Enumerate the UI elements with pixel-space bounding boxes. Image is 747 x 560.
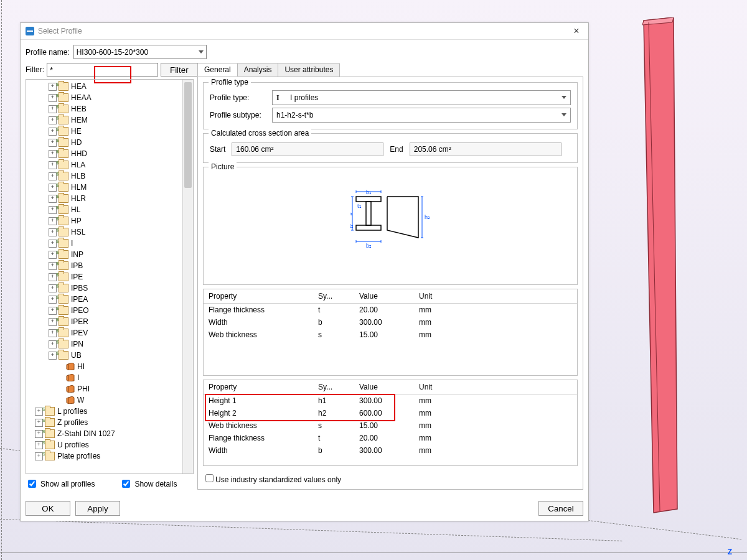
- show-all-profiles-checkbox[interactable]: Show all profiles: [26, 478, 95, 490]
- folder-icon: [45, 452, 55, 460]
- tree-item-heb[interactable]: +HEB: [26, 103, 183, 114]
- tree-item-i[interactable]: +I: [26, 238, 183, 249]
- tree-item-hlr[interactable]: +HLR: [26, 193, 183, 204]
- folder-icon: [59, 284, 68, 292]
- tree-item-hea[interactable]: +HEA: [26, 81, 183, 92]
- calc-end-value: 205.06 cm²: [410, 142, 561, 156]
- tree-label: UB: [71, 351, 82, 360]
- table-row[interactable]: Web thicknesss15.00mm: [204, 419, 577, 432]
- grid-line: [1, 0, 2, 560]
- use-std-values-checkbox[interactable]: Use industry standardized values only: [203, 472, 341, 484]
- profile-name-combo[interactable]: HI300-600-15-20*300: [73, 45, 207, 59]
- tree-item-u-profiles[interactable]: +U profiles: [26, 439, 183, 450]
- folder-icon: [59, 329, 68, 337]
- properties-table-b[interactable]: Property Sy... Value Unit Height 1h1300.…: [203, 380, 578, 467]
- table-row[interactable]: Flange thicknesst20.00mm: [204, 432, 577, 444]
- tab-analysis[interactable]: Analysis: [237, 63, 279, 77]
- profile-name-label: Profile name:: [26, 48, 70, 57]
- tree-item-ub[interactable]: +UB: [26, 350, 183, 361]
- tree-item-plate-profiles[interactable]: +Plate profiles: [26, 450, 183, 462]
- folder-icon: [59, 340, 68, 348]
- tree-item-hem[interactable]: +HEM: [26, 114, 183, 126]
- tree-item-ipe[interactable]: +IPE: [26, 271, 183, 282]
- tree-label: L profiles: [57, 407, 87, 416]
- tab-general[interactable]: General: [197, 63, 238, 77]
- app-icon: [26, 27, 34, 35]
- filter-button[interactable]: Filter: [161, 63, 198, 77]
- tree-label: HEB: [71, 105, 87, 113]
- col-value[interactable]: Value: [354, 292, 414, 301]
- scrollbar[interactable]: [182, 80, 193, 474]
- tree-item-hla[interactable]: +HLA: [26, 159, 183, 170]
- svg-text:b₁: b₁: [366, 189, 372, 195]
- tree-label: IPN: [71, 340, 83, 348]
- svg-text:t₁: t₁: [357, 203, 362, 209]
- grid-line: [0, 553, 747, 553]
- tabs: General Analysis User attributes: [197, 63, 583, 77]
- tree-label: HI: [77, 362, 85, 371]
- col-symbol[interactable]: Sy...: [313, 383, 354, 391]
- tree-item-hlm[interactable]: +HLM: [26, 182, 183, 193]
- show-details-checkbox[interactable]: Show details: [120, 478, 177, 490]
- cancel-button[interactable]: Cancel: [538, 501, 583, 516]
- scrollbar-thumb[interactable]: [184, 82, 192, 188]
- tree-item-hsl[interactable]: +HSL: [26, 226, 183, 238]
- tree-item-ipev[interactable]: +IPEV: [26, 327, 183, 338]
- tree-item-inp[interactable]: +INP: [26, 249, 183, 260]
- profile-type-title: Profile type: [209, 78, 251, 86]
- tree-item-ipea[interactable]: +IPEA: [26, 294, 183, 305]
- table-row[interactable]: Height 2h2600.00mm: [204, 407, 577, 419]
- folder-icon: [59, 217, 68, 225]
- col-property[interactable]: Property: [204, 383, 313, 391]
- tree-item-w[interactable]: W: [26, 394, 183, 406]
- tree-item-he[interactable]: +HE: [26, 126, 183, 137]
- col-symbol[interactable]: Sy...: [313, 292, 354, 301]
- filter-input[interactable]: [47, 63, 158, 77]
- svg-text:b₂: b₂: [366, 243, 372, 249]
- tree-item-heaa[interactable]: +HEAA: [26, 92, 183, 103]
- table-row[interactable]: Widthb300.00mm: [204, 316, 577, 329]
- tree-item-phi[interactable]: PHI: [26, 383, 183, 394]
- titlebar[interactable]: Select Profile ×: [21, 23, 588, 40]
- table-row[interactable]: Height 1h1300.00mm: [204, 394, 577, 407]
- tree-item-ipn[interactable]: +IPN: [26, 338, 183, 350]
- table-row[interactable]: Flange thicknesst20.00mm: [204, 304, 577, 316]
- tree-item-iper[interactable]: +IPER: [26, 316, 183, 327]
- tree-item-hlb[interactable]: +HLB: [26, 170, 183, 182]
- col-property[interactable]: Property: [204, 292, 313, 301]
- folder-icon: [45, 429, 55, 438]
- tree-item-hi[interactable]: HI: [26, 361, 183, 372]
- tree-item-hl[interactable]: +HL: [26, 204, 183, 215]
- tree-item-z-stahl-din-1027[interactable]: +Z-Stahl DIN 1027: [26, 428, 183, 439]
- tab-user-attributes[interactable]: User attributes: [278, 63, 340, 77]
- tree-item-hhd[interactable]: +HHD: [26, 148, 183, 159]
- tree-item-hd[interactable]: +HD: [26, 137, 183, 148]
- tree-label: INP: [71, 250, 83, 259]
- profile-type-select[interactable]: I I profiles: [272, 90, 571, 105]
- folder-icon: [59, 261, 68, 270]
- tree-item-ipbs[interactable]: +IPBS: [26, 282, 183, 294]
- profile-diagram: b₁ b₂ h₁ h₂ t₁ t₂: [210, 172, 571, 266]
- properties-table-a[interactable]: Property Sy... Value Unit Flange thickne…: [203, 289, 578, 376]
- tree-item-l-profiles[interactable]: +L profiles: [26, 406, 183, 417]
- folder-icon: [59, 172, 68, 180]
- folder-icon: [45, 407, 55, 416]
- tree-label: HE: [71, 127, 82, 136]
- col-value[interactable]: Value: [354, 383, 414, 391]
- ok-button[interactable]: OK: [26, 501, 70, 516]
- apply-button[interactable]: Apply: [75, 501, 120, 516]
- col-unit[interactable]: Unit: [414, 292, 461, 301]
- table-row[interactable]: Web thicknesss15.00mm: [204, 329, 577, 341]
- profile-tree[interactable]: +HEA+HEAA+HEB+HEM+HE+HD+HHD+HLA+HLB+HLM+…: [26, 79, 194, 474]
- table-row[interactable]: Widthb300.00mm: [204, 444, 577, 457]
- tree-item-ipeo[interactable]: +IPEO: [26, 305, 183, 316]
- tree-item-z-profiles[interactable]: +Z profiles: [26, 417, 183, 428]
- tree-item-ipb[interactable]: +IPB: [26, 260, 183, 271]
- profile-subtype-select[interactable]: h1-h2-s-t*b: [272, 108, 571, 123]
- viewport: Z Select Profile × Profile name: HI300-6…: [0, 0, 747, 560]
- col-unit[interactable]: Unit: [414, 383, 461, 391]
- tree-item-hp[interactable]: +HP: [26, 215, 183, 226]
- tree-item-i[interactable]: I: [26, 372, 183, 383]
- close-icon[interactable]: ×: [570, 24, 583, 38]
- tree-label: HSL: [71, 228, 85, 236]
